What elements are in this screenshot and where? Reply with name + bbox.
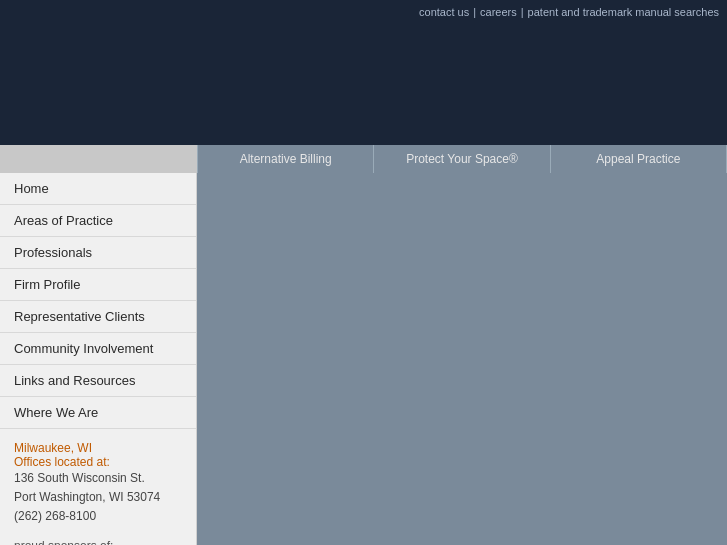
address2: Port Washington, WI 53074 — [14, 488, 182, 507]
sub-nav: Alternative Billing Protect Your Space® … — [197, 145, 727, 173]
top-links: contact us | careers | patent and tradem… — [419, 6, 719, 18]
sidebar: Home Areas of Practice Professionals Fir… — [0, 173, 197, 545]
sidebar-info: Milwaukee, WI Offices located at: 136 So… — [0, 429, 196, 545]
address1: 136 South Wisconsin St. — [14, 469, 182, 488]
sub-nav-protect[interactable]: Protect Your Space® — [374, 145, 550, 173]
sidebar-item-areas[interactable]: Areas of Practice — [0, 205, 196, 237]
sep1: | — [473, 6, 476, 18]
contact-us-link[interactable]: contact us — [419, 6, 469, 18]
city-link[interactable]: Milwaukee, WI — [14, 441, 182, 455]
sidebar-item-firm-profile[interactable]: Firm Profile — [0, 269, 196, 301]
sponsors-label: proud sponsors of: — [14, 539, 182, 545]
top-bar: contact us | careers | patent and tradem… — [0, 0, 727, 145]
sub-nav-billing[interactable]: Alternative Billing — [197, 145, 374, 173]
sidebar-item-professionals[interactable]: Professionals — [0, 237, 196, 269]
sidebar-item-representative[interactable]: Representative Clients — [0, 301, 196, 333]
main-content — [197, 173, 727, 545]
offices-link[interactable]: Offices located at: — [14, 455, 182, 469]
main-layout: Home Areas of Practice Professionals Fir… — [0, 173, 727, 545]
sidebar-item-links[interactable]: Links and Resources — [0, 365, 196, 397]
patent-searches-link[interactable]: patent and trademark manual searches — [528, 6, 719, 18]
sep2: | — [521, 6, 524, 18]
sidebar-item-home[interactable]: Home — [0, 173, 196, 205]
sub-nav-appeal[interactable]: Appeal Practice — [551, 145, 727, 173]
careers-link[interactable]: careers — [480, 6, 517, 18]
sidebar-item-where[interactable]: Where We Are — [0, 397, 196, 429]
phone: (262) 268-8100 — [14, 507, 182, 526]
sidebar-item-community[interactable]: Community Involvement — [0, 333, 196, 365]
